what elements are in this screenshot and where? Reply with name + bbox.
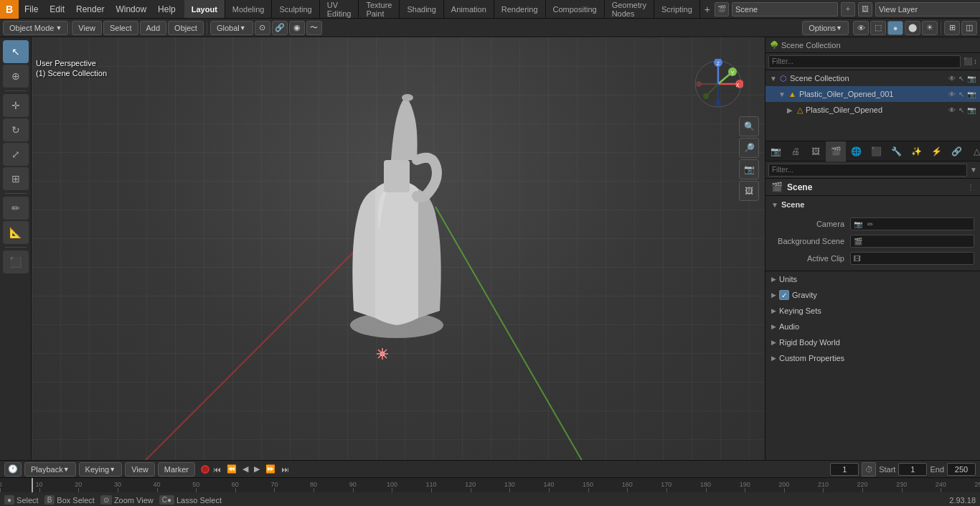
viewport-shading-render[interactable]: ☀ — [922, 21, 938, 35]
workspace-texture-paint[interactable]: Texture Paint — [359, 0, 400, 18]
viewport-shading-material[interactable]: ⬤ — [905, 21, 920, 35]
prev-keyframe-btn[interactable]: ⏪ — [225, 464, 239, 474]
play-btn[interactable]: ▶ — [252, 464, 262, 474]
timeline-ruler[interactable]: 0102030405060708090100110120130140150160… — [0, 478, 980, 492]
view-layer-props-icon[interactable]: 🖼 — [806, 141, 826, 161]
record-btn[interactable] — [201, 465, 209, 474]
transform-tool[interactable]: ⊞ — [3, 167, 29, 190]
keying-sets-collapsible[interactable]: ▶ Keying Sets — [765, 303, 980, 319]
zoom-in-btn[interactable]: 🔍 — [739, 116, 759, 136]
play-reverse-btn[interactable]: ◀ — [240, 464, 250, 474]
properties-search-input[interactable] — [768, 164, 967, 177]
cloth-sim-btn[interactable]: 〜 — [306, 21, 322, 35]
workspace-uv-editing[interactable]: UV Editing — [320, 0, 359, 18]
timeline-view-btn[interactable]: View — [125, 462, 155, 477]
move-tool[interactable]: ✛ — [3, 94, 29, 117]
visibility-icon-3[interactable]: 👁 — [948, 106, 956, 114]
data-props-icon[interactable]: △ — [966, 141, 980, 161]
start-frame-display[interactable]: 1 — [898, 463, 927, 476]
workspace-scripting[interactable]: Scripting — [654, 0, 700, 18]
add-menu-btn[interactable]: Add — [140, 21, 167, 35]
outliner-item-scene-collection[interactable]: ▼ ⬡ Scene Collection 👁 ↖ 📷 — [765, 70, 980, 86]
scene-header-options[interactable]: ⋮ — [967, 183, 974, 191]
workspace-sculpting[interactable]: Sculpting — [272, 0, 319, 18]
select-restrict-icon[interactable]: ↖ — [958, 75, 964, 83]
outliner-filter-btn[interactable]: ⬛ — [963, 57, 972, 65]
end-frame-display[interactable]: 250 — [947, 463, 976, 476]
workspace-compositing[interactable]: Compositing — [546, 0, 605, 18]
render-restrict-icon-2[interactable]: 📷 — [967, 90, 976, 98]
viewport-shading-solid[interactable]: ● — [887, 21, 903, 35]
object-props-icon[interactable]: ⬛ — [866, 141, 886, 161]
timeline-clock-btn[interactable]: ⏱ — [862, 462, 876, 477]
menu-render[interactable]: Render — [70, 0, 110, 18]
scene-section-header[interactable]: ▼ Scene — [765, 196, 980, 213]
toggle-camera-btn[interactable]: 📷 — [739, 159, 759, 179]
outliner-search[interactable] — [768, 55, 961, 68]
viewport-shading-wire[interactable]: ⬚ — [870, 21, 886, 35]
object-mode-btn[interactable]: Object Mode ▼ — [3, 21, 68, 35]
properties-filter-icon[interactable]: ▼ — [970, 166, 977, 174]
workspace-animation[interactable]: Animation — [444, 0, 494, 18]
zoom-out-btn[interactable]: 🔎 — [739, 138, 759, 158]
workspace-modeling[interactable]: Modeling — [225, 0, 273, 18]
view-3d-icon[interactable]: 👁 — [853, 21, 869, 35]
rigid-body-collapsible[interactable]: ▶ Rigid Body World — [765, 334, 980, 350]
marker-btn[interactable]: Marker — [158, 462, 195, 477]
bg-scene-value[interactable]: 🎬 — [850, 235, 974, 248]
particles-props-icon[interactable]: ✨ — [906, 141, 926, 161]
camera-edit-icon[interactable]: ✏ — [867, 220, 873, 228]
toggle-view-btn[interactable]: 🖼 — [739, 181, 759, 201]
prop-edit-btn[interactable]: ◉ — [289, 21, 305, 35]
visibility-icon-2[interactable]: 👁 — [948, 90, 956, 98]
modifier-props-icon[interactable]: 🔧 — [886, 141, 906, 161]
workspace-rendering[interactable]: Rendering — [494, 0, 546, 18]
visibility-icon[interactable]: 👁 — [948, 75, 956, 83]
gravity-checkbox[interactable]: ✓ — [779, 290, 789, 300]
custom-props-collapsible[interactable]: ▶ Custom Properties — [765, 350, 980, 366]
gravity-collapsible[interactable]: ▶ ✓ Gravity — [765, 287, 980, 303]
audio-collapsible[interactable]: ▶ Audio — [765, 319, 980, 334]
units-collapsible[interactable]: ▶ Units — [765, 271, 980, 287]
menu-file[interactable]: File — [19, 0, 44, 18]
view-layer-select[interactable] — [875, 2, 980, 17]
constraints-props-icon[interactable]: 🔗 — [946, 141, 966, 161]
measure-tool[interactable]: 📐 — [3, 221, 29, 244]
jump-start-btn[interactable]: ⏮ — [211, 465, 223, 474]
xray-btn[interactable]: ◫ — [961, 21, 977, 35]
playback-btn[interactable]: Playback ▼ — [24, 462, 76, 477]
outliner-sort-btn[interactable]: ↕ — [974, 57, 977, 65]
scene-props-icon[interactable]: 🎬 — [826, 141, 846, 161]
transform-global-btn[interactable]: Global ▼ — [210, 21, 253, 35]
menu-help[interactable]: Help — [152, 0, 182, 18]
current-frame-display[interactable]: 1 — [830, 463, 859, 476]
render-props-icon[interactable]: 📷 — [765, 141, 786, 161]
snap-btn[interactable]: 🔗 — [272, 21, 288, 35]
add-cube-tool[interactable]: ⬛ — [3, 250, 29, 273]
view-menu-btn[interactable]: View — [72, 21, 102, 35]
outliner-item-oiler-mesh[interactable]: ▶ △ Plastic_Oiler_Opened 👁 ↖ 📷 — [765, 102, 980, 118]
next-keyframe-btn[interactable]: ⏩ — [263, 464, 278, 474]
render-restrict-icon-3[interactable]: 📷 — [967, 106, 976, 114]
select-restrict-icon-2[interactable]: ↖ — [958, 90, 964, 98]
jump-end-btn[interactable]: ⏭ — [279, 465, 291, 474]
overlay-btn[interactable]: ⊞ — [944, 21, 960, 35]
scene-select[interactable] — [732, 2, 838, 17]
workspace-geometry-nodes[interactable]: Geometry Nodes — [605, 0, 654, 18]
options-btn[interactable]: Options ▼ — [802, 21, 849, 35]
new-scene-icon[interactable]: + — [841, 2, 855, 17]
annotate-tool[interactable]: ✏ — [3, 197, 29, 220]
output-props-icon[interactable]: 🖨 — [786, 141, 806, 161]
pivot-btn[interactable]: ⊙ — [255, 21, 270, 35]
workspace-add-button[interactable]: + — [700, 0, 715, 18]
rotate-tool[interactable]: ↻ — [3, 118, 29, 141]
outliner-item-oiler-001[interactable]: ▼ ▲ Plastic_Oiler_Opened_001 👁 ↖ 📷 — [765, 86, 980, 102]
workspace-shading[interactable]: Shading — [400, 0, 443, 18]
viewport-gizmo[interactable]: X Y Z — [693, 59, 743, 109]
menu-window[interactable]: Window — [110, 0, 152, 18]
menu-edit[interactable]: Edit — [44, 0, 70, 18]
active-clip-value[interactable]: 🎞 — [850, 252, 974, 265]
world-props-icon[interactable]: 🌐 — [846, 141, 866, 161]
scale-tool[interactable]: ⤢ — [3, 143, 29, 166]
workspace-layout[interactable]: Layout — [184, 0, 225, 18]
